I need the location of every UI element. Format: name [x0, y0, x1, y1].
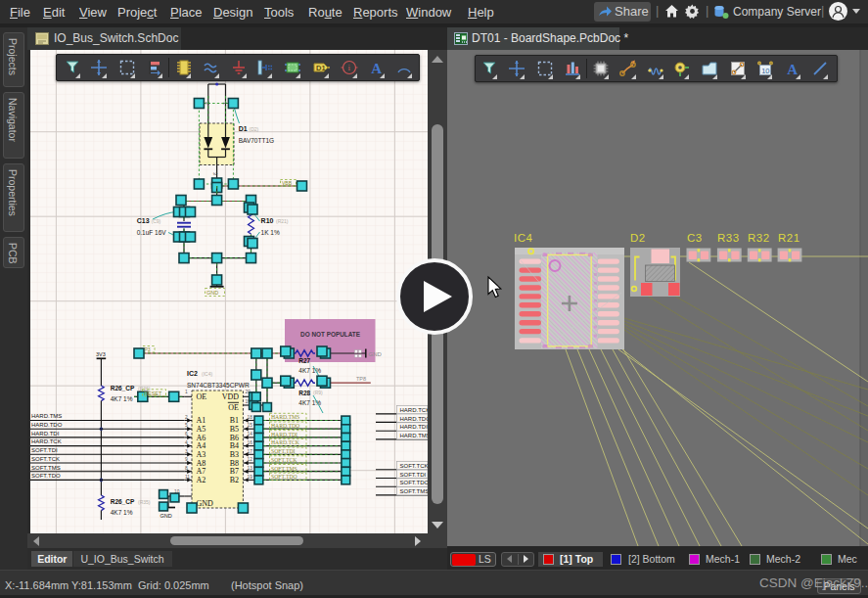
svg-text:SOFT.TCK: SOFT.TCK — [400, 463, 429, 469]
svg-text:OE: OE — [197, 392, 207, 401]
svg-text:SOFT.TDO: SOFT.TDO — [31, 473, 61, 479]
svg-text:SOFT.TDO: SOFT.TDO — [271, 474, 297, 480]
svg-text:(IC4): (IC4) — [202, 371, 212, 377]
svg-text:SOFT.TMS: SOFT.TMS — [271, 466, 297, 472]
svg-text:D1: D1 — [239, 125, 248, 132]
svg-text:(R21): (R21) — [276, 218, 289, 224]
svg-text:HARD.TCK: HARD.TCK — [31, 438, 62, 444]
svg-text:HARD.TMS: HARD.TMS — [31, 413, 62, 419]
svg-text:4K7 1%: 4K7 1% — [298, 399, 321, 406]
svg-text:TP8: TP8 — [356, 376, 366, 382]
svg-text:SOFT.TCK: SOFT.TCK — [31, 456, 60, 462]
svg-text:D1: D1 — [316, 64, 326, 72]
svg-text:(C9): (C9) — [152, 218, 161, 224]
svg-text:HARD.TDO: HARD.TDO — [31, 422, 63, 428]
svg-text:DO NOT POPULATE: DO NOT POPULATE — [300, 331, 361, 338]
svg-text:HARD.TCK: HARD.TCK — [271, 439, 300, 445]
svg-text:13: 13 — [248, 466, 253, 471]
svg-text:A8: A8 — [197, 459, 206, 468]
svg-text:R28: R28 — [298, 390, 310, 396]
svg-text:GND: GND — [369, 351, 383, 357]
svg-text:A2: A2 — [197, 476, 206, 484]
svg-text:(R35): (R35) — [138, 499, 151, 505]
svg-text:R32: R32 — [748, 232, 770, 244]
svg-text:SN74CBT3345CPWR: SN74CBT3345CPWR — [187, 382, 250, 389]
svg-text:3: 3 — [185, 449, 188, 454]
svg-text:A3: A3 — [197, 450, 206, 459]
svg-text:17: 17 — [248, 449, 253, 454]
svg-text:HARD.TMS: HARD.TMS — [271, 414, 299, 420]
svg-text:1K 1%: 1K 1% — [261, 229, 280, 236]
svg-text:18: 18 — [248, 415, 253, 420]
svg-text:SOFT.TDI: SOFT.TDI — [31, 447, 58, 453]
svg-text:19: 19 — [248, 475, 253, 480]
svg-text:4K7 1%: 4K7 1% — [298, 367, 321, 374]
svg-text:SOFT.TDI: SOFT.TDI — [271, 448, 295, 454]
svg-text:D2: D2 — [630, 232, 646, 244]
svg-text:GND: GND — [160, 513, 172, 519]
svg-text:B7: B7 — [230, 467, 239, 476]
svg-text:SOFT.TDO: SOFT.TDO — [400, 480, 429, 485]
svg-text:VDD: VDD — [222, 392, 240, 401]
svg-text:A1: A1 — [197, 416, 206, 425]
svg-text:2: 2 — [185, 415, 188, 420]
svg-text:IC4: IC4 — [514, 232, 533, 244]
svg-text:R21: R21 — [778, 232, 800, 244]
svg-text:A7: A7 — [197, 467, 206, 476]
svg-text:HARD.TDO: HARD.TDO — [271, 423, 299, 429]
svg-text:R26_CP: R26_CP — [111, 385, 135, 391]
svg-text:R10: R10 — [261, 217, 274, 224]
svg-text:HARD.TCK: HARD.TCK — [400, 407, 429, 413]
svg-text:4K7 1%: 4K7 1% — [111, 395, 133, 402]
svg-text:11: 11 — [185, 475, 190, 480]
svg-text:C3: C3 — [687, 232, 703, 244]
svg-text:RESET: RESET — [144, 391, 162, 396]
svg-text:OE: OE — [228, 403, 239, 412]
svg-text:i: i — [347, 63, 350, 72]
svg-text:HARD.TMS: HARD.TMS — [400, 433, 429, 438]
svg-text:9: 9 — [185, 457, 188, 462]
svg-text:B4: B4 — [230, 441, 239, 450]
svg-text:BAV70TT1G: BAV70TT1G — [239, 137, 274, 144]
svg-text:C13: C13 — [137, 217, 150, 224]
svg-text:A4: A4 — [197, 441, 206, 450]
svg-text:R26_CP: R26_CP — [111, 498, 135, 505]
svg-text:5: 5 — [185, 423, 188, 428]
svg-text:(D2): (D2) — [250, 126, 259, 132]
svg-text:HARD.TDI: HARD.TDI — [271, 432, 297, 437]
svg-text:A6: A6 — [197, 434, 206, 442]
svg-text:GND: GND — [206, 290, 218, 296]
svg-text:8: 8 — [185, 466, 188, 471]
svg-text:SOFT.TDI: SOFT.TDI — [400, 472, 427, 478]
svg-text:1: 1 — [185, 390, 188, 394]
svg-text:A5: A5 — [197, 425, 206, 434]
svg-text:B6: B6 — [230, 434, 239, 442]
svg-text:B1: B1 — [230, 416, 239, 425]
svg-text:B3: B3 — [230, 450, 239, 459]
svg-text:B2: B2 — [230, 476, 239, 484]
svg-text:6: 6 — [185, 432, 188, 437]
svg-text:SOFT.TCK: SOFT.TCK — [271, 457, 297, 463]
svg-text:P3: P3 — [145, 346, 151, 352]
svg-text:IC2: IC2 — [187, 370, 198, 377]
svg-text:15: 15 — [248, 423, 253, 428]
svg-text:HARD.TDO: HARD.TDO — [400, 416, 429, 422]
svg-text:3: 3 — [212, 172, 218, 175]
svg-text:(R9): (R9) — [313, 390, 323, 395]
svg-text:3V3: 3V3 — [96, 351, 106, 357]
svg-text:R27: R27 — [298, 357, 310, 364]
svg-text:R33: R33 — [717, 232, 740, 244]
svg-text:B8: B8 — [230, 459, 239, 468]
svg-text:HARD.TDI: HARD.TDI — [31, 431, 60, 437]
svg-text:16: 16 — [248, 440, 253, 445]
svg-text:SOFT.TMS: SOFT.TMS — [31, 465, 61, 471]
svg-text:B5: B5 — [230, 425, 239, 434]
svg-text:VBB: VBB — [282, 180, 293, 186]
svg-text:12: 12 — [248, 457, 253, 462]
svg-text:0.1uF 16V: 0.1uF 16V — [137, 229, 167, 236]
svg-text:SOFT.TMS: SOFT.TMS — [400, 488, 429, 494]
svg-text:HARD.TDI: HARD.TDI — [400, 424, 429, 430]
svg-text:4: 4 — [185, 440, 188, 445]
svg-text:GND: GND — [197, 499, 214, 508]
svg-text:4K7 1%: 4K7 1% — [111, 509, 133, 516]
